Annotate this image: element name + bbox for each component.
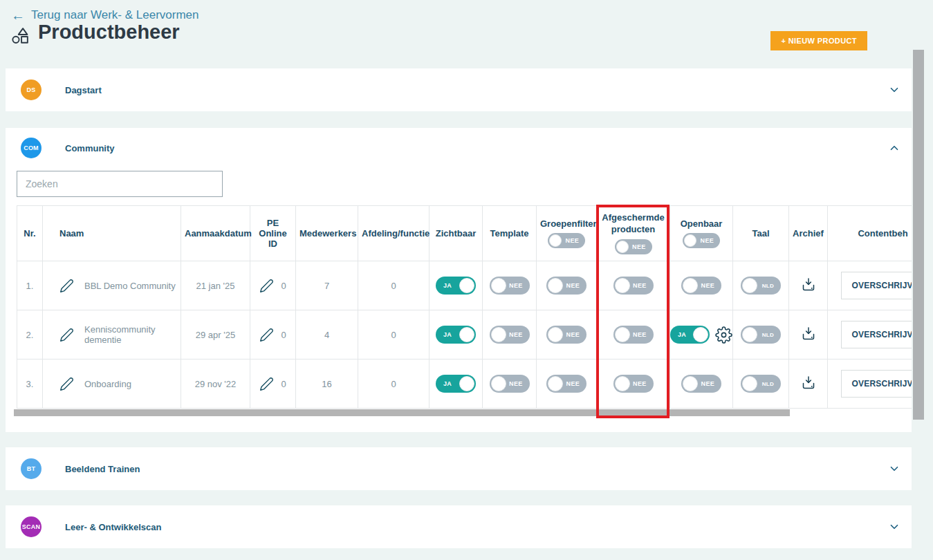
toggle-label: JA bbox=[443, 282, 452, 289]
template-toggle[interactable]: NEE bbox=[490, 277, 530, 295]
cell-groepenfilter: NEE bbox=[537, 360, 597, 409]
pe-online-id-value: 0 bbox=[281, 281, 286, 291]
chevron-down-icon[interactable] bbox=[888, 84, 900, 96]
col-contentbeheer: Contentbeh bbox=[828, 206, 912, 261]
groepenfilter-toggle[interactable]: NEE bbox=[546, 326, 586, 344]
toggle-knob bbox=[683, 376, 698, 391]
toggle-knob bbox=[548, 376, 563, 391]
cell-contentbeheer: OVERSCHRIJV bbox=[828, 310, 912, 360]
toggle-knob bbox=[459, 327, 474, 342]
toggle-label: NEE bbox=[633, 331, 646, 338]
col-nr: Nr. bbox=[17, 206, 43, 261]
zichtbaar-toggle[interactable]: JA bbox=[436, 326, 476, 344]
openbaar-toggle[interactable]: JA bbox=[670, 326, 710, 344]
overschrijven-button[interactable]: OVERSCHRIJV bbox=[841, 321, 912, 348]
openbaar-toggle[interactable]: NEE bbox=[681, 277, 721, 295]
template-toggle[interactable]: NEE bbox=[490, 375, 530, 393]
avatar-community: COM bbox=[21, 138, 41, 158]
edit-pe-id-pencil-icon[interactable] bbox=[259, 328, 274, 342]
archive-download-icon[interactable] bbox=[800, 326, 817, 342]
taal-toggle[interactable]: NLD bbox=[741, 326, 781, 344]
archive-download-icon[interactable] bbox=[800, 375, 817, 391]
toggle-label: JA bbox=[443, 380, 452, 387]
new-product-button[interactable]: + NIEUW PRODUCT bbox=[770, 31, 867, 50]
chevron-up-icon[interactable] bbox=[888, 142, 900, 154]
archive-download-icon[interactable] bbox=[800, 277, 817, 293]
table-row: 1.BBL Demo Community21 jan '25070JANEENE… bbox=[17, 261, 912, 310]
edit-name-pencil-icon[interactable] bbox=[59, 328, 74, 342]
toggle-knob bbox=[742, 376, 757, 391]
section-leer-ontwikkelscan: SCAN Leer- & Ontwikkelscan bbox=[6, 505, 912, 548]
openbaar-settings-gear-icon[interactable] bbox=[715, 326, 732, 344]
section-dagstart-label: Dagstart bbox=[65, 85, 102, 95]
community-name: Onboarding bbox=[84, 379, 131, 389]
toggle-knob bbox=[693, 327, 708, 342]
pe-inner: 0 bbox=[250, 328, 295, 342]
cell-taal: NLD bbox=[733, 261, 789, 310]
chevron-down-icon[interactable] bbox=[888, 463, 900, 475]
zichtbaar-toggle[interactable]: JA bbox=[436, 277, 476, 295]
zichtbaar-toggle[interactable]: JA bbox=[436, 375, 476, 393]
taal-toggle[interactable]: NLD bbox=[741, 277, 781, 295]
avatar-dagstart: DS bbox=[21, 80, 41, 100]
search-input[interactable] bbox=[17, 171, 223, 197]
cell-contentbeheer: OVERSCHRIJV bbox=[828, 261, 912, 310]
section-community-header[interactable]: COM Community bbox=[6, 128, 912, 168]
openbaar-inner: NEE bbox=[670, 277, 732, 295]
groepenfilter-header-toggle[interactable]: NEE bbox=[548, 233, 585, 248]
afgeschermde-producten-toggle[interactable]: NEE bbox=[613, 326, 654, 344]
back-link[interactable]: ← Terug naar Werk- & Leervormen bbox=[11, 8, 199, 22]
toggle-knob bbox=[615, 376, 630, 391]
afgeschermde-producten-toggle[interactable]: NEE bbox=[613, 375, 654, 393]
community-name: Kenniscommunity dementie bbox=[84, 324, 181, 345]
template-toggle[interactable]: NEE bbox=[490, 326, 530, 344]
section-dagstart-header[interactable]: DS Dagstart bbox=[6, 68, 912, 111]
section-leer-ontwikkelscan-header[interactable]: SCAN Leer- & Ontwikkelscan bbox=[6, 505, 912, 548]
cell-afgeschermde-producten: NEE bbox=[597, 360, 670, 409]
overschrijven-button[interactable]: OVERSCHRIJV bbox=[841, 272, 912, 299]
naam-inner: Onboarding bbox=[59, 377, 181, 391]
cell-archief bbox=[789, 310, 828, 360]
taal-toggle[interactable]: NLD bbox=[741, 375, 781, 393]
toggle-label: NEE bbox=[566, 282, 580, 289]
vertical-scrollbar[interactable] bbox=[913, 50, 924, 420]
cell-taal: NLD bbox=[733, 310, 789, 360]
col-template: Template bbox=[483, 206, 537, 261]
cell-aanmaakdatum: 29 nov '22 bbox=[181, 360, 250, 409]
openbaar-toggle[interactable]: NEE bbox=[681, 375, 721, 393]
section-beeldend-trainen-header[interactable]: BT Beeldend Trainen bbox=[6, 447, 912, 490]
horizontal-scrollbar[interactable] bbox=[14, 409, 790, 416]
edit-name-pencil-icon[interactable] bbox=[59, 279, 74, 293]
toggle-label: NEE bbox=[566, 380, 580, 387]
afgeschermde-producten-toggle[interactable]: NEE bbox=[613, 277, 654, 295]
col-afgeschermde-producten: Afgeschermde producten NEE bbox=[597, 206, 670, 261]
toggle-knob bbox=[615, 327, 630, 342]
openbaar-header-toggle[interactable]: NEE bbox=[683, 233, 720, 248]
openbaar-inner: NEE bbox=[670, 375, 732, 393]
cell-template: NEE bbox=[483, 360, 537, 409]
section-beeldend-trainen: BT Beeldend Trainen bbox=[6, 447, 912, 490]
edit-name-pencil-icon[interactable] bbox=[59, 377, 74, 391]
toggle-label: NLD bbox=[762, 381, 774, 387]
cell-zichtbaar: JA bbox=[429, 310, 483, 360]
cell-afdeling-functie: 0 bbox=[358, 261, 429, 310]
section-community-label: Community bbox=[65, 143, 115, 153]
toggle-knob bbox=[459, 278, 474, 293]
toggle-label: NLD bbox=[762, 283, 774, 289]
groepenfilter-toggle[interactable]: NEE bbox=[546, 375, 586, 393]
edit-pe-id-pencil-icon[interactable] bbox=[259, 377, 274, 391]
cell-zichtbaar: JA bbox=[429, 360, 483, 409]
cell-medewerkers: 4 bbox=[296, 310, 358, 360]
cell-aanmaakdatum: 29 apr '25 bbox=[181, 310, 250, 360]
cell-archief bbox=[789, 360, 828, 409]
col-afdeling-functie: Afdeling/functie bbox=[358, 206, 429, 261]
cell-naam: BBL Demo Community bbox=[43, 261, 181, 310]
col-groepenfilter: Groepenfilter NEE bbox=[537, 206, 597, 261]
afgeschermde-producten-header-toggle[interactable]: NEE bbox=[615, 239, 652, 254]
overschrijven-button[interactable]: OVERSCHRIJV bbox=[841, 370, 912, 398]
toggle-label: NEE bbox=[509, 331, 522, 338]
groepenfilter-toggle[interactable]: NEE bbox=[546, 277, 586, 295]
chevron-down-icon[interactable] bbox=[888, 521, 900, 533]
edit-pe-id-pencil-icon[interactable] bbox=[259, 279, 274, 293]
toggle-label: NLD bbox=[762, 332, 774, 338]
